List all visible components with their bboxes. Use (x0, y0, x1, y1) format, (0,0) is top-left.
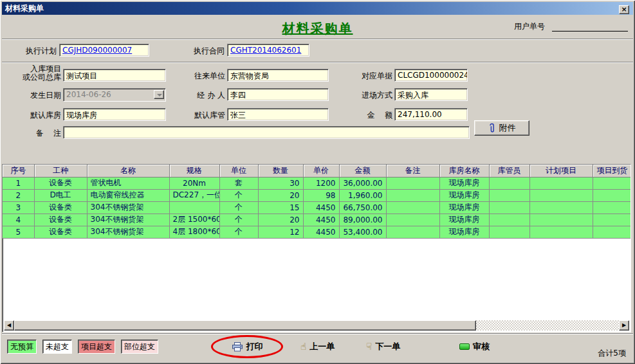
chevron-down-icon[interactable] (154, 90, 164, 99)
table-cell[interactable]: 89,000.00 (339, 214, 386, 226)
attachment-button[interactable]: 附件 (474, 120, 529, 136)
table-cell[interactable] (489, 189, 529, 201)
table-cell[interactable]: 304不锈钢货架 (87, 201, 169, 214)
table-cell[interactable] (529, 214, 593, 226)
table-cell[interactable] (386, 214, 439, 226)
table-cell[interactable] (489, 226, 529, 238)
table-cell[interactable] (593, 226, 631, 238)
default-keeper-field[interactable]: 张三 (227, 108, 329, 121)
table-cell[interactable]: 4450 (303, 226, 339, 238)
agent-field[interactable]: 李四 (227, 88, 329, 101)
table-cell[interactable]: D电工 (34, 189, 87, 201)
partner-field[interactable]: 东营物资局 (227, 69, 329, 82)
table-cell[interactable]: 66,750.00 (339, 201, 386, 214)
table-cell[interactable]: 304不锈钢货架 (87, 226, 169, 238)
table-cell[interactable]: 现场库房 (439, 201, 489, 214)
table-cell[interactable]: 304不锈钢货架 (87, 214, 169, 226)
table-cell[interactable]: 1,960.00 (339, 189, 386, 201)
table-cell[interactable] (529, 189, 593, 201)
hand-down-icon: ☟ (366, 342, 372, 351)
warehouse-project-field[interactable]: 测试项目 (63, 69, 166, 82)
table-cell[interactable] (529, 177, 593, 189)
table-cell[interactable]: 4层 1800*600› (169, 226, 219, 238)
table-cell[interactable] (169, 201, 219, 214)
table-cell[interactable]: 现场库房 (439, 226, 489, 238)
table-cell[interactable] (593, 189, 631, 201)
table-cell[interactable] (489, 214, 529, 226)
previous-order-button[interactable]: ☝ 上一单 (300, 341, 335, 352)
scroll-right-button[interactable]: ▶ (619, 320, 629, 331)
table-cell[interactable]: 电动窗帘线控器 (87, 189, 169, 201)
table-cell[interactable]: 20 (258, 189, 303, 201)
table-row[interactable]: 4设备类304不锈钢货架2层 1500*600›个20445089,000.00… (3, 214, 631, 226)
table-cell[interactable]: 15 (258, 201, 303, 214)
table-cell[interactable]: 30 (258, 177, 303, 189)
default-warehouse-field[interactable]: 现场库房 (63, 108, 166, 121)
table-cell[interactable]: 设备类 (34, 201, 87, 214)
date-combobox[interactable]: 2014-06-26 (63, 88, 166, 102)
table-cell[interactable]: 现场库房 (439, 214, 489, 226)
table-cell[interactable]: 20 (258, 214, 303, 226)
table-cell[interactable]: 设备类 (34, 177, 87, 189)
table-cell[interactable]: 管状电机 (87, 177, 169, 189)
entry-mode-field[interactable]: 采购入库 (394, 88, 468, 101)
print-button[interactable]: 打印 (232, 341, 263, 352)
table-cell[interactable]: 2层 1500*600› (169, 214, 219, 226)
table-cell[interactable] (529, 201, 593, 214)
user-order-no-input[interactable] (552, 20, 628, 32)
table-cell[interactable]: 2 (3, 189, 34, 201)
h-scroll-track[interactable] (476, 320, 619, 331)
table-cell[interactable] (386, 189, 439, 201)
table-row[interactable]: 3设备类304不锈钢货架个15445066,750.00现场库房 (3, 201, 631, 214)
table-row[interactable]: 2D电工电动窗帘线控器DC227，一位个20981,960.00现场库房 (3, 189, 631, 201)
table-cell[interactable]: 4450 (303, 214, 339, 226)
table-cell[interactable]: DC227，一位 (169, 189, 219, 201)
table-cell[interactable] (593, 201, 631, 214)
remark-field[interactable] (63, 126, 470, 139)
table-cell[interactable]: 36,000.00 (339, 177, 386, 189)
h-scroll-thumb[interactable] (14, 320, 476, 331)
table-cell[interactable]: 套 (219, 177, 258, 189)
status-bar: 无预算未超支项目超支部位超支 打印 ☝ 上一单 ☟ 下一单 审核 (2, 334, 633, 362)
scroll-left-button[interactable]: ◀ (4, 320, 14, 331)
table-row[interactable]: 1设备类管状电机20Nm套30120036,000.00现场库房 (3, 177, 631, 189)
table-cell[interactable]: 12 (258, 226, 303, 238)
table-cell[interactable] (386, 177, 439, 189)
table-cell[interactable]: 设备类 (34, 214, 87, 226)
doc-field[interactable]: CLCGD100000024 (394, 69, 468, 82)
table-cell[interactable]: 现场库房 (439, 177, 489, 189)
table-cell[interactable]: 1200 (303, 177, 339, 189)
user-order-no-label: 用户单号 (514, 21, 545, 32)
table-cell[interactable]: 4450 (303, 201, 339, 214)
table-cell[interactable] (593, 214, 631, 226)
table-cell[interactable] (489, 201, 529, 214)
table-cell[interactable]: 设备类 (34, 226, 87, 238)
table-cell[interactable]: 个 (219, 201, 258, 214)
table-cell[interactable]: 98 (303, 189, 339, 201)
table-cell[interactable] (386, 226, 439, 238)
table-cell[interactable]: 1 (3, 177, 34, 189)
column-header: 备注 (386, 165, 439, 177)
audit-status[interactable]: 审核 (459, 341, 490, 352)
amount-field[interactable]: 247,110.00 (394, 108, 468, 121)
close-button[interactable]: × (619, 5, 629, 14)
table-cell[interactable]: 53,400.00 (339, 226, 386, 238)
table-cell[interactable] (529, 226, 593, 238)
exec-contract-field[interactable]: CGHT2014062601 (227, 44, 309, 57)
table-cell[interactable]: 3 (3, 201, 34, 214)
table-cell[interactable]: 4 (3, 214, 34, 226)
table-cell[interactable] (386, 201, 439, 214)
exec-plan-field[interactable]: CGJHD090000007 (59, 44, 149, 57)
table-cell[interactable]: 5 (3, 226, 34, 238)
table-cell[interactable]: 个 (219, 189, 258, 201)
table-cell[interactable]: 个 (219, 226, 258, 238)
table-cell[interactable]: 20Nm (169, 177, 219, 189)
table-row[interactable]: 5设备类304不锈钢货架4层 1800*600›个12445053,400.00… (3, 226, 631, 238)
table-cell[interactable] (489, 177, 529, 189)
hand-up-icon: ☝ (300, 342, 306, 351)
table-cell[interactable]: 现场库房 (439, 189, 489, 201)
table-cell[interactable] (593, 177, 631, 189)
remark-label: 备 注 (5, 128, 61, 139)
next-order-button[interactable]: ☟ 下一单 (366, 341, 400, 352)
table-cell[interactable]: 个 (219, 214, 258, 226)
